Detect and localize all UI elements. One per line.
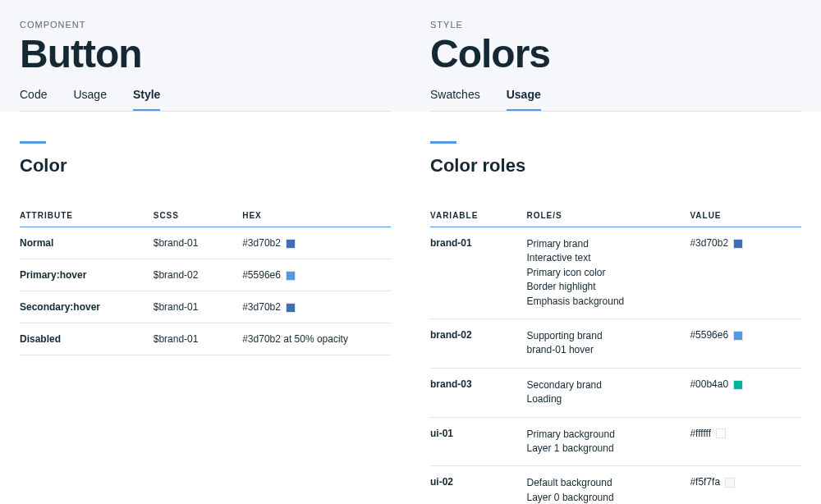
color-swatch	[733, 331, 743, 341]
value-text: #00b4a0	[690, 378, 728, 390]
role-line: brand-01 hover	[527, 343, 684, 357]
role-line: Primary brand	[527, 237, 684, 251]
table-row: ui-02Default backgroundLayer 0 backgroun…	[430, 466, 801, 504]
role-line: Secondary brand	[527, 378, 684, 392]
color-table-left: ATTRIBUTE SCSS HEX Normal$brand-01#3d70b…	[20, 204, 391, 355]
variable-cell: brand-02	[430, 318, 527, 368]
table-row: brand-01Primary brandInteractive textPri…	[430, 227, 801, 319]
color-swatch	[733, 380, 743, 390]
role-line: Primary background	[527, 428, 684, 442]
color-swatch	[286, 303, 296, 313]
hex-text: #3d70b2	[242, 301, 281, 313]
scss-cell: $brand-02	[154, 259, 242, 291]
variable-cell: brand-03	[430, 368, 527, 417]
roles-cell: Primary brandInteractive textPrimary ico…	[527, 227, 690, 319]
attr-cell: Secondary:hover	[20, 291, 154, 323]
attr-cell: Normal	[20, 227, 154, 259]
tabs-right: SwatchesUsage	[430, 88, 801, 112]
value-text: #3d70b2	[690, 237, 728, 249]
value-cell: #f5f7fa	[690, 466, 801, 504]
hex-text: #3d70b2 at 50% opacity	[242, 333, 348, 345]
roles-cell: Supporting brandbrand-01 hover	[527, 318, 690, 368]
role-line: Layer 1 background	[527, 442, 684, 456]
role-line: Default background	[527, 476, 684, 490]
col-value: VALUE	[690, 204, 801, 227]
role-line: Supporting brand	[527, 329, 684, 343]
scss-cell: $brand-01	[154, 291, 242, 323]
value-text: #ffffff	[690, 428, 711, 439]
tab-left-usage[interactable]: Usage	[73, 88, 106, 111]
section-title-right: Color roles	[430, 155, 801, 176]
col-variable: VARIABLE	[430, 204, 527, 227]
tabs-left: CodeUsageStyle	[20, 88, 391, 112]
color-roles-table: VARIABLE ROLE/S VALUE brand-01Primary br…	[430, 204, 801, 504]
eyebrow-right: STYLE	[430, 20, 801, 30]
attr-cell: Disabled	[20, 323, 154, 355]
col-scss: SCSS	[154, 204, 242, 227]
page-title-right: Colors	[430, 31, 801, 76]
section-title-left: Color	[20, 155, 391, 176]
tab-left-code[interactable]: Code	[20, 88, 47, 111]
value-cell: #5596e6	[690, 318, 801, 368]
table-row: Primary:hover$brand-02#5596e6	[20, 259, 391, 291]
roles-cell: Default backgroundLayer 0 backgroundSeco…	[527, 466, 690, 504]
color-swatch	[716, 428, 726, 438]
value-cell: #ffffff	[690, 417, 801, 466]
roles-cell: Primary backgroundLayer 1 background	[527, 417, 690, 466]
tab-right-usage[interactable]: Usage	[507, 88, 541, 111]
variable-cell: brand-01	[430, 227, 527, 319]
tab-right-swatches[interactable]: Swatches	[430, 88, 480, 111]
hex-text: #3d70b2	[242, 237, 281, 249]
color-swatch	[733, 239, 743, 249]
variable-cell: ui-02	[430, 466, 527, 504]
roles-cell: Secondary brandLoading	[527, 368, 690, 417]
value-cell: #00b4a0	[690, 368, 801, 417]
role-line: Interactive text	[527, 251, 684, 265]
role-line: Border highlight	[527, 280, 684, 294]
role-line: Loading	[527, 392, 684, 406]
hex-text: #5596e6	[242, 269, 281, 281]
hex-cell: #3d70b2	[242, 227, 391, 259]
variable-cell: ui-01	[430, 417, 527, 466]
table-row: Secondary:hover$brand-01#3d70b2	[20, 291, 391, 323]
col-roles: ROLE/S	[527, 204, 690, 227]
color-swatch	[286, 271, 296, 281]
attr-cell: Primary:hover	[20, 259, 154, 291]
value-text: #5596e6	[690, 329, 728, 341]
hex-cell: #3d70b2 at 50% opacity	[242, 323, 391, 355]
table-row: brand-03Secondary brandLoading#00b4a0	[430, 368, 801, 417]
table-row: Disabled$brand-01#3d70b2 at 50% opacity	[20, 323, 391, 355]
color-swatch	[725, 478, 735, 488]
hex-cell: #3d70b2	[242, 291, 391, 323]
eyebrow-left: COMPONENT	[20, 20, 391, 30]
scss-cell: $brand-01	[154, 227, 242, 259]
value-cell: #3d70b2	[690, 227, 801, 319]
color-swatch	[286, 239, 296, 249]
hex-cell: #5596e6	[242, 259, 391, 291]
table-row: brand-02Supporting brandbrand-01 hover#5…	[430, 318, 801, 368]
scss-cell: $brand-01	[154, 323, 242, 355]
role-line: Emphasis background	[527, 295, 684, 309]
tab-left-style[interactable]: Style	[133, 88, 160, 111]
page-title-left: Button	[20, 31, 391, 76]
role-line: Layer 0 background	[527, 491, 684, 504]
accent-bar	[430, 141, 456, 144]
table-row: ui-01Primary backgroundLayer 1 backgroun…	[430, 417, 801, 466]
table-row: Normal$brand-01#3d70b2	[20, 227, 391, 259]
accent-bar	[20, 141, 46, 144]
col-hex: HEX	[242, 204, 391, 227]
col-attribute: ATTRIBUTE	[20, 204, 154, 227]
role-line: Primary icon color	[527, 266, 684, 280]
value-text: #f5f7fa	[690, 476, 720, 488]
